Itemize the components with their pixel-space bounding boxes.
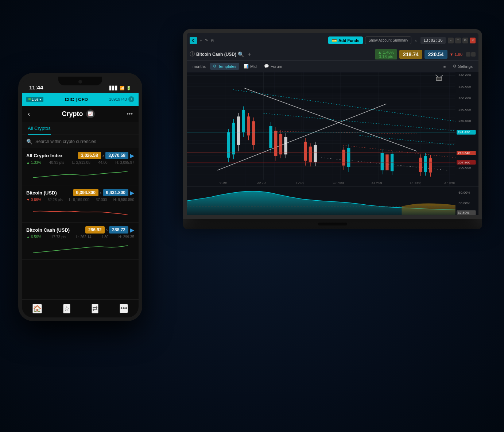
months-button[interactable]: months	[190, 63, 209, 70]
svg-text:280.000: 280.000	[458, 108, 471, 111]
svg-text:200.000: 200.000	[458, 166, 471, 169]
spread-down: ▼ 1.80	[450, 52, 462, 57]
forum-button[interactable]: 💬 Forum	[261, 63, 285, 70]
minimize-button[interactable]: −	[448, 38, 454, 43]
trade-icon: ⇄	[92, 305, 98, 313]
svg-rect-43	[269, 126, 272, 148]
favorites-icon: ☆	[64, 305, 70, 313]
window-controls: − □ ⧉ ✕	[448, 38, 476, 43]
svg-rect-49	[279, 134, 282, 154]
svg-rect-34	[242, 110, 245, 132]
change-low-0: L: 2,913.08	[72, 161, 90, 165]
change-low-2: L: 262.14	[76, 235, 92, 239]
change-high-2: H: 299.35	[119, 235, 134, 239]
tab-all-cryptos-label: All Cryptos	[28, 126, 51, 131]
search-input[interactable]	[35, 139, 134, 144]
back-button[interactable]: ‹	[28, 110, 30, 118]
add-funds-button[interactable]: 💳 Add Funds	[328, 36, 363, 44]
change-pct: ▲ 1.46%	[378, 50, 394, 54]
svg-rect-0	[187, 72, 455, 186]
laptop-base	[183, 219, 482, 229]
crypto-name-1: Bitcoin (USD)	[26, 190, 57, 196]
list-item[interactable]: Bitcoin (USD) 9,394.800 › 9,431.800 ▶ ▼ …	[22, 185, 139, 223]
search-bar: 🔍	[22, 135, 139, 148]
templates-button[interactable]: ⚙ Templates	[210, 63, 239, 70]
buy-price-0: 3,070.58	[105, 152, 128, 159]
forum-label: Forum	[271, 64, 282, 69]
change-pts-2: 17.73 pts	[51, 235, 66, 239]
buy-price-2: 288.72	[109, 226, 128, 234]
list-item[interactable]: All Crypto Index 3,026.58 › 3,070.58 ▶ ▲…	[22, 148, 139, 185]
svg-text:50.00%: 50.00%	[458, 202, 470, 205]
change-low-1: L: 9,169.000	[69, 198, 89, 202]
time-value: 13:02:16	[423, 38, 443, 43]
crypto-list: All Crypto Index 3,026.58 › 3,070.58 ▶ ▲…	[22, 148, 139, 299]
change-up-0: ▲ 1.33%	[26, 161, 41, 165]
svg-rect-70	[381, 153, 384, 170]
svg-text:31 Aug: 31 Aug	[371, 181, 382, 184]
svg-text:20 Jul: 20 Jul	[257, 181, 266, 184]
crypto-change-0: ▲ 1.33% 40.93 pts L: 2,913.08 44.00 H: 3…	[26, 161, 134, 165]
svg-text:3 Aug: 3 Aug	[295, 181, 304, 184]
platform-header: C + ✎ ⎘ 💳 Add Funds Show Account Summary…	[187, 33, 478, 48]
settings-button[interactable]: ⚙ Settings	[450, 63, 476, 70]
sell-price-2: 286.92	[85, 226, 105, 234]
bottom-nav-trade[interactable]: ⇄	[92, 304, 98, 313]
phone-top-bar: Live ▾ CllC | CFD 10919743 i	[22, 93, 139, 106]
buy-arrow-icon-2: ▶	[130, 227, 134, 234]
svg-text:340.000: 340.000	[458, 74, 471, 77]
maximize-button[interactable]: □	[455, 38, 461, 43]
info-icon[interactable]: i	[128, 96, 134, 102]
add-funds-icon: 💳	[332, 38, 337, 43]
laptop-notch	[318, 223, 347, 225]
svg-text:17 Aug: 17 Aug	[333, 181, 344, 184]
phone-container: 11:44 ▋▋▋ 📶 🔋 Live ▾ CllC | CFD 10919743…	[18, 73, 142, 321]
ask-price: 220.54	[424, 50, 447, 59]
crypto-prices-1: 9,394.800 › 9,431.800 ▶	[73, 189, 134, 196]
bottom-nav-favorites[interactable]: ☆	[63, 304, 70, 313]
account-number: 10919743	[109, 97, 127, 101]
show-account-button[interactable]: Show Account Summary	[365, 36, 411, 44]
crypto-prices-0: 3,026.58 › 3,070.58 ▶	[78, 152, 134, 159]
svg-text:60.00%: 60.00%	[458, 191, 470, 194]
svg-rect-40	[252, 121, 255, 145]
camera-dot	[78, 80, 82, 84]
menu-button[interactable]: ≡	[441, 63, 449, 70]
svg-text:14 Sep: 14 Sep	[410, 181, 420, 184]
svg-text:37.80%: 37.80%	[458, 211, 469, 215]
live-label: Live	[32, 97, 38, 101]
forum-icon: 💬	[264, 64, 269, 69]
app-icon: C	[190, 37, 197, 44]
svg-rect-91	[436, 77, 442, 81]
templates-icon: ⚙	[213, 64, 217, 69]
svg-rect-61	[314, 145, 317, 162]
close-button[interactable]: ✕	[470, 38, 476, 43]
bottom-nav-more[interactable]: •••	[120, 304, 128, 313]
chart-icon[interactable]: 📈	[86, 109, 95, 118]
svg-rect-31	[237, 116, 240, 145]
settings-icon: ⚙	[453, 64, 457, 69]
svg-rect-67	[347, 148, 350, 167]
phone-bottom-bar: 🏠 ☆ ⇄ •••	[22, 299, 139, 317]
signal-icon: ▋▋▋	[109, 86, 118, 90]
templates-label: Templates	[218, 64, 236, 69]
laptop-screen: C + ✎ ⎘ 💳 Add Funds Show Account Summary…	[187, 33, 478, 215]
svg-text:6 Jul: 6 Jul	[220, 181, 227, 184]
svg-rect-52	[284, 137, 287, 155]
crypto-name-2: Bitcoin Cash (USD)	[26, 227, 70, 233]
view-toggle-2[interactable]	[471, 52, 476, 57]
view-toggle-1[interactable]	[466, 52, 470, 57]
restore-button[interactable]: ⧉	[462, 38, 468, 43]
tab-all-cryptos[interactable]: All Cryptos	[28, 126, 51, 135]
mid-button[interactable]: 📊 Mid	[241, 63, 260, 70]
buy-arrow-icon-1: ▶	[130, 189, 134, 196]
list-item[interactable]: Bitcoin Cash (USD) 286.92 › 288.72 ▶ ▲ 6…	[22, 223, 139, 260]
crypto-prices-2: 286.92 › 288.72 ▶	[85, 226, 134, 234]
phone-status-icons: ▋▋▋ 📶 🔋	[109, 86, 131, 90]
bottom-nav-home[interactable]: 🏠	[32, 304, 42, 313]
svg-text:300.000: 300.000	[458, 96, 471, 100]
svg-rect-76	[391, 154, 393, 171]
bid-value: 218.74	[403, 51, 419, 57]
settings-label: Settings	[458, 64, 473, 69]
more-icon[interactable]: •••	[127, 111, 133, 117]
